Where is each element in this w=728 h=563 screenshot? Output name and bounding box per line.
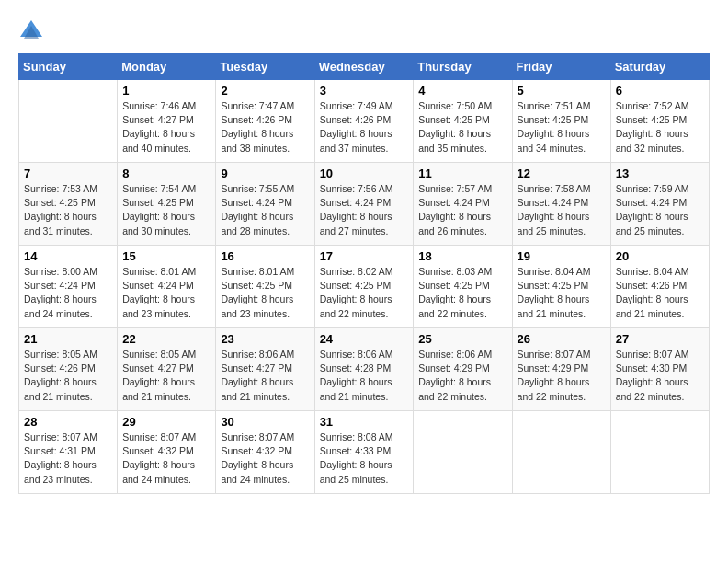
day-detail: Sunrise: 7:52 AMSunset: 4:25 PMDaylight:… xyxy=(616,99,704,155)
logo xyxy=(18,18,48,44)
calendar-cell: 16Sunrise: 8:01 AMSunset: 4:25 PMDayligh… xyxy=(216,246,314,328)
calendar-cell: 17Sunrise: 8:02 AMSunset: 4:25 PMDayligh… xyxy=(314,246,414,328)
day-number: 2 xyxy=(221,84,309,98)
page-header xyxy=(18,18,710,44)
day-detail: Sunrise: 7:57 AMSunset: 4:24 PMDaylight:… xyxy=(418,182,506,238)
day-detail: Sunrise: 7:49 AMSunset: 4:26 PMDaylight:… xyxy=(320,99,409,155)
day-detail: Sunrise: 7:58 AMSunset: 4:24 PMDaylight:… xyxy=(518,182,606,238)
calendar-cell: 29Sunrise: 8:07 AMSunset: 4:32 PMDayligh… xyxy=(118,411,216,494)
day-number: 5 xyxy=(518,84,606,98)
day-number: 21 xyxy=(24,332,112,346)
logo-icon xyxy=(18,18,44,44)
day-detail: Sunrise: 7:51 AMSunset: 4:25 PMDaylight:… xyxy=(518,99,606,155)
header-friday: Friday xyxy=(512,54,610,80)
calendar-header-row: SundayMondayTuesdayWednesdayThursdayFrid… xyxy=(19,54,710,80)
day-number: 26 xyxy=(518,332,606,346)
day-detail: Sunrise: 8:06 AMSunset: 4:29 PMDaylight:… xyxy=(418,348,506,404)
calendar-cell: 21Sunrise: 8:05 AMSunset: 4:26 PMDayligh… xyxy=(19,328,118,411)
day-number: 12 xyxy=(518,167,606,180)
calendar-cell: 14Sunrise: 8:00 AMSunset: 4:24 PMDayligh… xyxy=(19,246,118,328)
day-detail: Sunrise: 8:02 AMSunset: 4:25 PMDaylight:… xyxy=(320,265,409,321)
day-detail: Sunrise: 7:55 AMSunset: 4:24 PMDaylight:… xyxy=(221,182,309,238)
day-number: 19 xyxy=(518,249,606,263)
calendar-cell: 20Sunrise: 8:04 AMSunset: 4:26 PMDayligh… xyxy=(610,246,709,328)
day-detail: Sunrise: 7:53 AMSunset: 4:25 PMDaylight:… xyxy=(24,182,112,238)
day-detail: Sunrise: 8:07 AMSunset: 4:30 PMDaylight:… xyxy=(616,348,704,404)
calendar-cell xyxy=(414,411,512,494)
calendar-week-2: 7Sunrise: 7:53 AMSunset: 4:25 PMDaylight… xyxy=(19,163,710,246)
day-number: 13 xyxy=(616,167,704,180)
calendar-cell: 9Sunrise: 7:55 AMSunset: 4:24 PMDaylight… xyxy=(216,163,314,246)
day-number: 22 xyxy=(122,332,210,346)
day-number: 27 xyxy=(616,332,704,346)
day-detail: Sunrise: 7:46 AMSunset: 4:27 PMDaylight:… xyxy=(122,99,210,155)
day-detail: Sunrise: 7:54 AMSunset: 4:25 PMDaylight:… xyxy=(122,182,210,238)
calendar-cell: 15Sunrise: 8:01 AMSunset: 4:24 PMDayligh… xyxy=(118,246,216,328)
calendar-week-4: 21Sunrise: 8:05 AMSunset: 4:26 PMDayligh… xyxy=(19,328,710,411)
calendar-cell xyxy=(512,411,610,494)
day-detail: Sunrise: 8:07 AMSunset: 4:29 PMDaylight:… xyxy=(518,348,606,404)
day-detail: Sunrise: 8:04 AMSunset: 4:25 PMDaylight:… xyxy=(518,265,606,321)
day-number: 7 xyxy=(24,167,112,180)
header-saturday: Saturday xyxy=(610,54,709,80)
header-monday: Monday xyxy=(118,54,216,80)
calendar-cell: 30Sunrise: 8:07 AMSunset: 4:32 PMDayligh… xyxy=(216,411,314,494)
day-number: 17 xyxy=(320,249,409,263)
calendar-week-1: 1Sunrise: 7:46 AMSunset: 4:27 PMDaylight… xyxy=(19,80,710,163)
day-detail: Sunrise: 8:07 AMSunset: 4:32 PMDaylight:… xyxy=(122,431,210,487)
day-detail: Sunrise: 7:56 AMSunset: 4:24 PMDaylight:… xyxy=(320,182,409,238)
day-number: 1 xyxy=(122,84,210,98)
day-number: 11 xyxy=(418,167,506,180)
day-detail: Sunrise: 8:06 AMSunset: 4:27 PMDaylight:… xyxy=(221,348,309,404)
calendar-cell: 3Sunrise: 7:49 AMSunset: 4:26 PMDaylight… xyxy=(314,80,414,163)
day-number: 8 xyxy=(122,167,210,180)
day-detail: Sunrise: 8:07 AMSunset: 4:31 PMDaylight:… xyxy=(24,431,112,487)
calendar-week-3: 14Sunrise: 8:00 AMSunset: 4:24 PMDayligh… xyxy=(19,246,710,328)
header-sunday: Sunday xyxy=(19,54,118,80)
day-number: 16 xyxy=(221,249,309,263)
day-detail: Sunrise: 8:00 AMSunset: 4:24 PMDaylight:… xyxy=(24,265,112,321)
calendar-cell: 1Sunrise: 7:46 AMSunset: 4:27 PMDaylight… xyxy=(118,80,216,163)
calendar-cell: 22Sunrise: 8:05 AMSunset: 4:27 PMDayligh… xyxy=(118,328,216,411)
day-number: 30 xyxy=(221,415,309,429)
calendar-cell: 10Sunrise: 7:56 AMSunset: 4:24 PMDayligh… xyxy=(314,163,414,246)
calendar-cell: 18Sunrise: 8:03 AMSunset: 4:25 PMDayligh… xyxy=(414,246,512,328)
day-detail: Sunrise: 7:50 AMSunset: 4:25 PMDaylight:… xyxy=(418,99,506,155)
calendar-cell: 2Sunrise: 7:47 AMSunset: 4:26 PMDaylight… xyxy=(216,80,314,163)
day-number: 25 xyxy=(418,332,506,346)
header-wednesday: Wednesday xyxy=(314,54,414,80)
header-tuesday: Tuesday xyxy=(216,54,314,80)
day-detail: Sunrise: 8:01 AMSunset: 4:25 PMDaylight:… xyxy=(221,265,309,321)
day-detail: Sunrise: 8:01 AMSunset: 4:24 PMDaylight:… xyxy=(122,265,210,321)
calendar-table: SundayMondayTuesdayWednesdayThursdayFrid… xyxy=(18,53,710,494)
day-detail: Sunrise: 8:07 AMSunset: 4:32 PMDaylight:… xyxy=(221,431,309,487)
calendar-cell: 23Sunrise: 8:06 AMSunset: 4:27 PMDayligh… xyxy=(216,328,314,411)
calendar-cell: 28Sunrise: 8:07 AMSunset: 4:31 PMDayligh… xyxy=(19,411,118,494)
calendar-cell: 8Sunrise: 7:54 AMSunset: 4:25 PMDaylight… xyxy=(118,163,216,246)
day-detail: Sunrise: 8:08 AMSunset: 4:33 PMDaylight:… xyxy=(320,431,409,487)
header-thursday: Thursday xyxy=(414,54,512,80)
calendar-cell: 7Sunrise: 7:53 AMSunset: 4:25 PMDaylight… xyxy=(19,163,118,246)
day-number: 18 xyxy=(418,249,506,263)
day-number: 10 xyxy=(320,167,409,180)
calendar-cell: 6Sunrise: 7:52 AMSunset: 4:25 PMDaylight… xyxy=(610,80,709,163)
calendar-cell: 4Sunrise: 7:50 AMSunset: 4:25 PMDaylight… xyxy=(414,80,512,163)
calendar-cell: 31Sunrise: 8:08 AMSunset: 4:33 PMDayligh… xyxy=(314,411,414,494)
day-number: 24 xyxy=(320,332,409,346)
day-detail: Sunrise: 8:04 AMSunset: 4:26 PMDaylight:… xyxy=(616,265,704,321)
day-number: 15 xyxy=(122,249,210,263)
calendar-week-5: 28Sunrise: 8:07 AMSunset: 4:31 PMDayligh… xyxy=(19,411,710,494)
calendar-cell: 24Sunrise: 8:06 AMSunset: 4:28 PMDayligh… xyxy=(314,328,414,411)
day-detail: Sunrise: 8:05 AMSunset: 4:26 PMDaylight:… xyxy=(24,348,112,404)
day-number: 23 xyxy=(221,332,309,346)
day-number: 4 xyxy=(418,84,506,98)
day-number: 29 xyxy=(122,415,210,429)
calendar-cell: 11Sunrise: 7:57 AMSunset: 4:24 PMDayligh… xyxy=(414,163,512,246)
day-detail: Sunrise: 8:03 AMSunset: 4:25 PMDaylight:… xyxy=(418,265,506,321)
calendar-cell: 27Sunrise: 8:07 AMSunset: 4:30 PMDayligh… xyxy=(610,328,709,411)
day-number: 3 xyxy=(320,84,409,98)
day-detail: Sunrise: 7:59 AMSunset: 4:24 PMDaylight:… xyxy=(616,182,704,238)
day-number: 6 xyxy=(616,84,704,98)
calendar-cell: 19Sunrise: 8:04 AMSunset: 4:25 PMDayligh… xyxy=(512,246,610,328)
calendar-cell: 13Sunrise: 7:59 AMSunset: 4:24 PMDayligh… xyxy=(610,163,709,246)
